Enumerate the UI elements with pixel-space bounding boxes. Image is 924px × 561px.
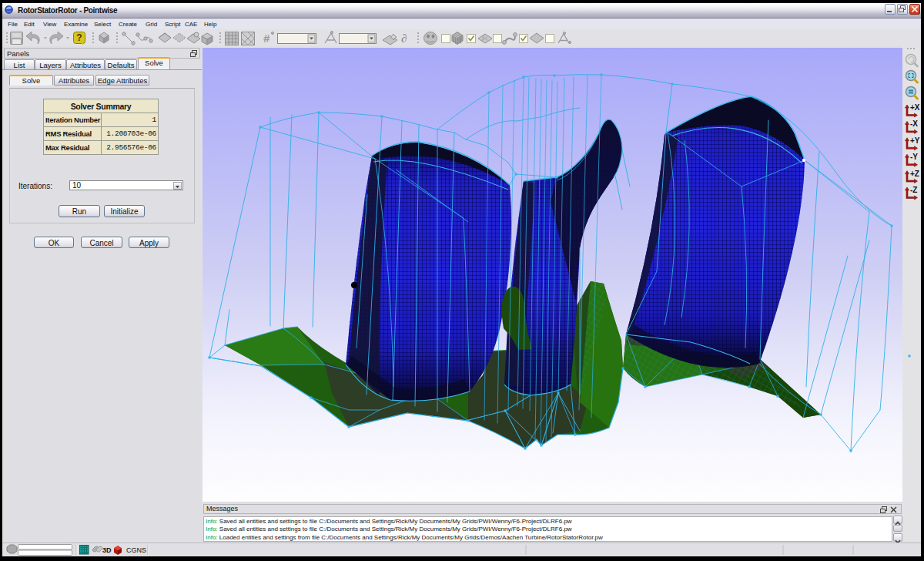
svg-text:-Z: -Z xyxy=(910,186,917,194)
svg-text:-Y: -Y xyxy=(910,153,918,161)
svg-text:∂: ∂ xyxy=(401,32,407,45)
svg-text:+Y: +Y xyxy=(910,136,920,145)
svg-text:-X: -X xyxy=(910,119,918,128)
svg-text:#: # xyxy=(263,32,270,45)
svg-text:+Z: +Z xyxy=(910,170,919,178)
svg-text:3D: 3D xyxy=(102,546,112,554)
svg-text:+X: +X xyxy=(910,103,920,112)
svg-text:?: ? xyxy=(76,32,82,43)
svg-text:CGNS: CGNS xyxy=(126,546,146,554)
